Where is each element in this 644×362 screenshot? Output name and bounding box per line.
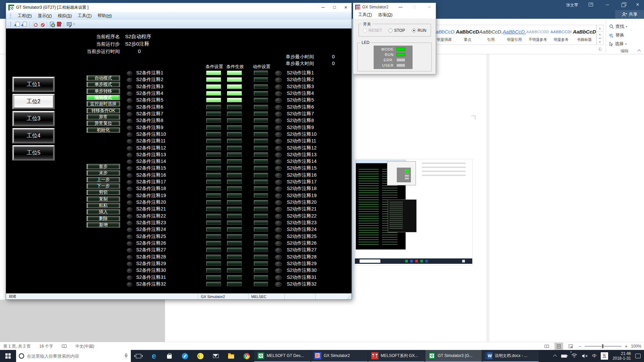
communication-icon[interactable] <box>56 21 62 27</box>
gt-simulator-icon <box>8 5 14 10</box>
quick-launch-slot[interactable] <box>162 350 177 362</box>
taskbar-app-2[interactable]: GX Simulator2 <box>311 350 368 362</box>
styles-dialog-launcher[interactable] <box>599 48 602 51</box>
word-restore-button[interactable] <box>616 0 629 9</box>
battery-icon[interactable] <box>561 355 567 358</box>
hmi-row-30: S2条件注释30S2动作注释30 <box>6 267 352 274</box>
clock[interactable]: 21:46 2018-1-31 <box>612 351 631 361</box>
taskbar-app-4[interactable]: GT Simulator3 (G... <box>425 350 482 362</box>
gx-minimize-button[interactable]: — <box>395 3 406 11</box>
page-indicator[interactable]: 第 1 页, 共 2 页 <box>3 344 31 349</box>
radio-stop[interactable]: STOP <box>388 28 405 33</box>
gt-minimize-button[interactable]: ─ <box>317 3 329 11</box>
open-project-icon[interactable] <box>14 21 21 27</box>
screen-preview-icon[interactable] <box>49 21 55 27</box>
quick-launch-slot[interactable]: e <box>146 350 162 362</box>
gt-titlebar[interactable]: GT Simulator3 (GT27) [工程标题未设置 ] ─ □ × <box>6 3 352 12</box>
web-layout-icon <box>569 344 573 348</box>
gallery-more-button[interactable]: ▼ <box>596 38 603 45</box>
gt-close-button[interactable]: × <box>340 3 352 11</box>
show-hidden-icons-button[interactable] <box>553 355 557 358</box>
resize-grip[interactable] <box>346 294 352 299</box>
collapse-ribbon-button[interactable] <box>637 48 642 52</box>
action-led <box>275 146 282 151</box>
style-item-5[interactable]: AABBCCDD不明显参考 <box>526 25 549 45</box>
share-button[interactable]: 共享 <box>615 10 644 19</box>
style-item-6[interactable]: AABBCCDI明显参考 <box>549 25 573 45</box>
radio-run[interactable]: RUN <box>412 28 426 33</box>
ribbon-display-options-button[interactable] <box>584 0 597 9</box>
condition-led <box>127 139 132 143</box>
taskbar-app-5[interactable]: 说明文档.docx - ... <box>482 350 539 362</box>
embedded-screenshot-image[interactable] <box>355 159 473 265</box>
stop-simulation-icon[interactable] <box>39 21 45 27</box>
action-comment-label: S2动作注释17 <box>287 179 317 185</box>
zoom-in-button[interactable]: + <box>625 344 628 349</box>
word-count[interactable]: 16 个字 <box>39 344 53 349</box>
gx-titlebar[interactable]: GX Simulator2 — □ × <box>353 3 436 11</box>
zoom-out-button[interactable]: − <box>579 344 581 349</box>
gx-menu-item-2[interactable]: 选项(O) <box>375 11 395 18</box>
option-setup-icon[interactable] <box>66 21 72 27</box>
gx-menu-item-1[interactable]: 工具(T) <box>355 11 375 18</box>
gt-menu-item-2[interactable]: 显示(V) <box>35 12 55 19</box>
gt-menu-item-4[interactable]: 工具(T) <box>75 12 95 19</box>
taskbar-app-3[interactable]: MELSOFT系列 GX... <box>368 350 425 362</box>
wifi-icon[interactable]: * <box>571 353 577 359</box>
zoom-slider-thumb[interactable] <box>602 344 603 348</box>
search-input[interactable] <box>27 354 121 359</box>
quick-launch-slot[interactable] <box>208 350 223 362</box>
quick-launch-slot[interactable] <box>193 350 208 362</box>
word-close-button[interactable]: × <box>631 0 644 9</box>
action-center-button[interactable] <box>635 354 641 358</box>
quick-launch-slot[interactable] <box>177 350 193 362</box>
condition-comment-label: S2条件注释2 <box>136 77 163 83</box>
gallery-scroll-up-button[interactable]: ▲ <box>596 25 603 32</box>
language-indicator[interactable]: 中文(中国) <box>75 344 94 349</box>
volume-muted-icon[interactable] <box>582 354 588 358</box>
condition-set-indicator <box>206 255 221 259</box>
web-layout-button[interactable] <box>567 343 575 350</box>
user-name[interactable]: 张文苹 <box>566 2 578 8</box>
gt-maximize-button[interactable]: □ <box>329 3 340 11</box>
toolbar-overflow-icon[interactable]: ▾ <box>73 23 75 25</box>
gx-body: 开关 RESETSTOPRUN LED MODERUNERR.USER <box>353 18 436 74</box>
start-button[interactable] <box>0 350 16 362</box>
select-button[interactable]: 选择▾ <box>608 40 641 48</box>
action-set-indicator <box>254 268 268 273</box>
gt-menu-item-5[interactable]: 帮助(H) <box>95 12 115 19</box>
gt-menu-item-3[interactable]: 模拟(S) <box>55 12 75 19</box>
zoom-slider[interactable] <box>585 346 622 347</box>
condition-led <box>127 85 132 89</box>
quick-launch-slot[interactable] <box>223 350 239 362</box>
microphone-icon[interactable] <box>124 353 128 359</box>
word-minimize-button[interactable]: ─ <box>601 0 614 9</box>
ime-mode-indicator[interactable]: 五 <box>601 352 608 360</box>
find-button[interactable]: 查找▾ <box>608 22 641 31</box>
gt-menu-item-1[interactable]: 工程(P) <box>15 12 35 19</box>
condition-comment-label: S2条件注释21 <box>136 206 166 212</box>
style-item-2[interactable]: AaBbCcD要点 <box>456 25 479 45</box>
action-comment-label: S2动作注释22 <box>287 213 317 219</box>
gx-close-button[interactable]: × <box>424 3 434 11</box>
print-layout-button[interactable] <box>554 343 563 350</box>
taskbar-search[interactable] <box>16 350 131 362</box>
style-item-3[interactable]: AaBbCcD.引用 <box>479 25 503 45</box>
proofing-icon[interactable] <box>62 344 67 349</box>
ime-language-indicator[interactable]: 中 <box>592 353 596 359</box>
styles-gallery: AaBbCcD.明显强调AaBbCcD要点AaBbCcD.引用AaBbCcD.明… <box>432 25 596 45</box>
save-project-icon[interactable] <box>21 21 28 27</box>
print-disabled-icon[interactable] <box>32 21 38 27</box>
style-item-4[interactable]: AaBbCcD.明显引用 <box>503 25 526 45</box>
gallery-scroll-down-button[interactable]: ▼ <box>596 32 603 38</box>
taskbar-app-1[interactable]: MELSOFT GT Des... <box>254 350 311 362</box>
replace-button[interactable]: ab 替换 <box>608 31 641 40</box>
quick-launch-slot[interactable] <box>239 350 254 362</box>
radio-label: STOP <box>394 28 405 33</box>
quick-launch-slot[interactable] <box>131 350 146 362</box>
condition-led <box>127 71 132 75</box>
store-icon <box>167 355 172 359</box>
style-item-7[interactable]: AaBbCcD书籍标题 <box>573 25 596 45</box>
zoom-level[interactable]: 100% <box>631 344 641 349</box>
read-mode-button[interactable] <box>542 343 551 350</box>
